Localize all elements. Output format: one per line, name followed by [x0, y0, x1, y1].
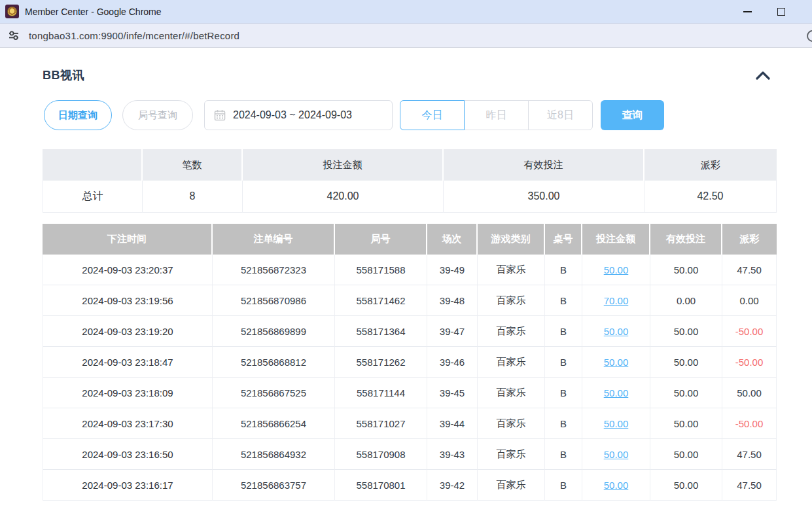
- col-header-bet-time: 下注时间: [43, 224, 213, 255]
- game-type-cell: 百家乐: [478, 316, 545, 347]
- bet-time-cell: 2024-09-03 23:16:17: [43, 470, 213, 501]
- summary-bet-amount-value: 420.00: [243, 181, 444, 213]
- game-type-cell: 百家乐: [478, 439, 545, 470]
- round-number-cell: 558171364: [335, 316, 427, 347]
- bet-amount-cell: 50.00: [582, 255, 650, 285]
- table-row: 2024-09-03 23:19:20521856869899558171364…: [43, 316, 777, 347]
- window-title: Member Center - Google Chrome: [25, 7, 162, 17]
- summary-total-label: 总计: [43, 181, 143, 213]
- search-button[interactable]: 查询: [601, 100, 664, 130]
- quick-range-group: 今日 昨日 近8日: [400, 100, 593, 130]
- table-number-cell: B: [545, 439, 582, 470]
- bet-time-cell: 2024-09-03 23:17:30: [43, 408, 213, 439]
- valid-bet-cell: 0.00: [650, 285, 722, 316]
- summary-payout-value: 42.50: [644, 181, 777, 213]
- summary-total-row: 总计 8 420.00 350.00 42.50: [43, 181, 777, 213]
- bet-amount-cell: 50.00: [582, 470, 650, 501]
- bet-amount-link[interactable]: 50.00: [604, 357, 629, 368]
- round-number-cell: 558171144: [335, 378, 427, 408]
- round-number-cell: 558171262: [335, 347, 427, 378]
- table-number-cell: B: [545, 255, 582, 285]
- summary-header-valid-bet: 有效投注: [444, 149, 644, 181]
- summary-header-count: 笔数: [143, 149, 243, 181]
- summary-count-value: 8: [143, 181, 243, 213]
- table-number-cell: B: [545, 378, 582, 408]
- browser-window: Member Center - Google Chrome tongbao31.…: [0, 0, 812, 513]
- bet-id-cell: 521856869899: [213, 316, 335, 347]
- bet-amount-cell: 50.00: [582, 378, 650, 408]
- bet-amount-link[interactable]: 70.00: [604, 295, 629, 306]
- session-cell: 39-47: [427, 316, 478, 347]
- date-range-picker[interactable]: 2024-09-03 ~ 2024-09-03: [204, 100, 393, 130]
- col-header-bet-amount: 投注金额: [582, 224, 650, 255]
- valid-bet-cell: 50.00: [650, 316, 722, 347]
- summary-table: 笔数 投注金额 有效投注 派彩 总计 8 420.00 350.00 42.50: [43, 149, 777, 213]
- maximize-icon: [777, 8, 785, 16]
- session-cell: 39-43: [427, 439, 478, 470]
- bet-amount-cell: 50.00: [582, 347, 650, 378]
- bet-time-cell: 2024-09-03 23:18:47: [43, 347, 213, 378]
- last-8-days-button[interactable]: 近8日: [528, 100, 593, 130]
- today-button[interactable]: 今日: [400, 100, 465, 130]
- payout-cell: 50.00: [722, 378, 777, 408]
- bet-amount-link[interactable]: 50.00: [604, 264, 629, 275]
- table-number-cell: B: [545, 285, 582, 316]
- game-type-cell: 百家乐: [478, 470, 545, 501]
- bet-amount-link[interactable]: 50.00: [604, 449, 629, 460]
- game-type-cell: 百家乐: [478, 255, 545, 285]
- summary-header-row: 笔数 投注金额 有效投注 派彩: [43, 149, 777, 181]
- app-favicon-icon: [5, 5, 19, 18]
- round-query-tab[interactable]: 局号查询: [122, 100, 193, 130]
- yesterday-button[interactable]: 昨日: [464, 100, 529, 130]
- site-settings-icon[interactable]: [7, 28, 21, 43]
- game-type-cell: 百家乐: [478, 378, 545, 408]
- col-header-bet-id: 注单编号: [213, 224, 335, 255]
- chevron-up-icon[interactable]: [756, 71, 770, 80]
- summary-valid-bet-value: 350.00: [444, 181, 644, 213]
- bet-amount-link[interactable]: 50.00: [604, 418, 629, 429]
- minimize-button[interactable]: [743, 7, 752, 16]
- round-number-cell: 558170801: [335, 470, 427, 501]
- bet-amount-link[interactable]: 50.00: [604, 326, 629, 337]
- bet-id-cell: 521856867525: [213, 378, 335, 408]
- table-row: 2024-09-03 23:18:47521856868812558171262…: [43, 347, 777, 378]
- bet-id-cell: 521856863757: [213, 470, 335, 501]
- maximize-button[interactable]: [777, 7, 786, 16]
- bet-id-cell: 521856868812: [213, 347, 335, 378]
- window-titlebar: Member Center - Google Chrome: [0, 0, 812, 24]
- bet-time-cell: 2024-09-03 23:18:09: [43, 378, 213, 408]
- payout-cell: 47.50: [722, 255, 777, 285]
- round-number-cell: 558170908: [335, 439, 427, 470]
- records-header-row: 下注时间 注单编号 局号 场次 游戏类别 桌号 投注金额 有效投注 派彩: [43, 224, 777, 255]
- payout-cell: 47.50: [722, 470, 777, 501]
- table-number-cell: B: [545, 316, 582, 347]
- bet-id-cell: 521856872323: [213, 255, 335, 285]
- session-cell: 39-48: [427, 285, 478, 316]
- bet-amount-cell: 50.00: [582, 316, 650, 347]
- minimize-icon: [743, 11, 752, 12]
- bet-amount-link[interactable]: 50.00: [604, 480, 629, 491]
- bet-record-page: BB视讯 日期查询 局号查询 2024-09-03 ~ 2024-09-03: [0, 48, 812, 513]
- round-number-cell: 558171588: [335, 255, 427, 285]
- url-text[interactable]: tongbao31.com:9900/infe/mcenter/#/betRec…: [29, 30, 239, 41]
- session-cell: 39-42: [427, 470, 478, 501]
- table-row: 2024-09-03 23:19:56521856870986558171462…: [43, 285, 777, 316]
- valid-bet-cell: 50.00: [650, 439, 722, 470]
- url-bar: tongbao31.com:9900/infe/mcenter/#/betRec…: [0, 24, 812, 48]
- payout-cell: -50.00: [722, 316, 777, 347]
- table-row: 2024-09-03 23:16:17521856863757558170801…: [43, 470, 777, 501]
- bet-time-cell: 2024-09-03 23:19:20: [43, 316, 213, 347]
- bet-amount-cell: 50.00: [582, 408, 650, 439]
- round-number-cell: 558171027: [335, 408, 427, 439]
- profile-icon[interactable]: [807, 30, 812, 42]
- section-header: BB视讯: [43, 67, 777, 83]
- session-cell: 39-45: [427, 378, 478, 408]
- summary-header-payout: 派彩: [644, 149, 777, 181]
- page-title: BB视讯: [43, 67, 84, 83]
- round-number-cell: 558171462: [335, 285, 427, 316]
- table-row: 2024-09-03 23:18:09521856867525558171144…: [43, 378, 777, 408]
- date-query-tab[interactable]: 日期查询: [44, 100, 112, 130]
- bet-amount-link[interactable]: 50.00: [604, 387, 629, 398]
- bet-id-cell: 521856870986: [213, 285, 335, 316]
- col-header-valid-bet: 有效投注: [650, 224, 722, 255]
